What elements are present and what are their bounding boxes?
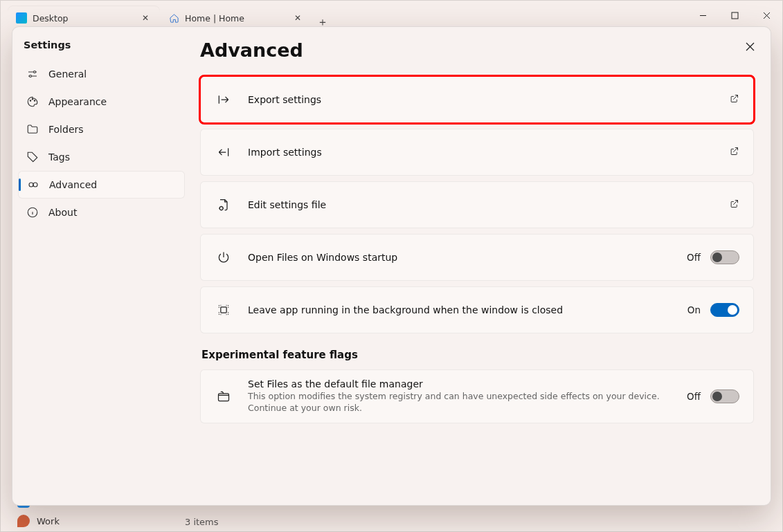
bg-sidebar-item-work: Work — [17, 515, 60, 527]
advanced-icon — [27, 178, 39, 191]
row-run-in-background: Leave app running in the background when… — [200, 286, 754, 333]
open-external-icon — [729, 146, 739, 159]
nav-item-general[interactable]: General — [18, 60, 185, 88]
settings-sidebar: Settings General Appearance Folders Tags… — [12, 27, 190, 505]
row-label: Leave app running in the background when… — [248, 304, 672, 315]
file-manager-icon — [215, 389, 233, 403]
background-icon — [215, 303, 233, 317]
open-external-icon — [729, 93, 739, 107]
row-label: Edit settings file — [248, 199, 714, 210]
window-controls — [687, 1, 782, 30]
row-import-settings[interactable]: Import settings — [200, 129, 754, 176]
maximize-button[interactable] — [719, 1, 750, 30]
nav-item-appearance[interactable]: Appearance — [18, 88, 185, 116]
background-toggle[interactable] — [710, 303, 739, 317]
svg-rect-8 — [221, 307, 226, 313]
nav-label: Folders — [48, 124, 84, 135]
toggle-state-label: On — [687, 304, 701, 315]
svg-point-3 — [34, 100, 35, 102]
nav-label: About — [48, 207, 77, 218]
svg-point-4 — [29, 183, 33, 187]
status-bar-text: 3 items — [185, 517, 219, 527]
desktop-icon — [16, 12, 27, 24]
nav-item-tags[interactable]: Tags — [18, 143, 185, 171]
titlebar: Desktop ✕ Home | Home ✕ ＋ — [1, 1, 782, 30]
nav-item-about[interactable]: About — [18, 199, 185, 226]
tag-icon — [26, 151, 39, 163]
dialog-title: Settings — [18, 37, 185, 60]
page-heading: Advanced — [200, 39, 754, 61]
minimize-button[interactable] — [687, 1, 719, 30]
svg-point-2 — [32, 99, 33, 100]
row-label: Import settings — [248, 147, 714, 158]
tab-strip: Desktop ✕ Home | Home ✕ ＋ — [1, 1, 687, 30]
row-label: Export settings — [248, 94, 714, 105]
export-icon — [215, 93, 233, 107]
svg-point-1 — [30, 100, 31, 102]
tab-label: Home | Home — [185, 13, 244, 24]
svg-rect-9 — [219, 394, 229, 401]
row-open-on-startup: Open Files on Windows startup Off — [200, 234, 754, 281]
palette-icon — [26, 95, 39, 108]
row-label: Set Files as the default file manager — [248, 378, 672, 389]
nav-item-advanced[interactable]: Advanced — [18, 171, 185, 199]
startup-toggle[interactable] — [710, 250, 739, 264]
settings-dialog: Settings General Appearance Folders Tags… — [12, 26, 771, 506]
row-description: This option modifies the system registry… — [248, 391, 672, 414]
svg-point-5 — [33, 183, 37, 187]
power-icon — [215, 250, 233, 264]
folder-icon — [26, 123, 39, 136]
svg-rect-0 — [732, 12, 738, 19]
nav-label: General — [48, 68, 87, 80]
settings-content: Advanced Export settings Import settings… — [190, 27, 771, 505]
row-export-settings[interactable]: Export settings — [200, 76, 754, 123]
import-icon — [215, 145, 233, 159]
close-dialog-button[interactable] — [740, 37, 759, 56]
nav-label: Appearance — [48, 96, 107, 107]
nav-label: Tags — [48, 152, 70, 163]
default-fm-toggle[interactable] — [710, 389, 739, 403]
nav-item-folders[interactable]: Folders — [18, 116, 185, 143]
row-label: Open Files on Windows startup — [248, 252, 672, 263]
close-tab-icon[interactable]: ✕ — [291, 12, 304, 24]
work-pin-icon — [17, 515, 30, 527]
toggle-state-label: Off — [687, 252, 701, 263]
row-edit-settings-file[interactable]: Edit settings file — [200, 181, 754, 228]
tab-label: Desktop — [33, 13, 69, 24]
toggle-state-label: Off — [687, 391, 701, 402]
file-gear-icon — [215, 198, 233, 212]
row-default-file-manager: Set Files as the default file manager Th… — [200, 369, 754, 423]
sliders-icon — [26, 68, 39, 80]
bg-item-label: Work — [37, 516, 60, 526]
home-icon — [168, 12, 179, 24]
experimental-heading: Experimental feature flags — [201, 349, 754, 361]
open-external-icon — [729, 199, 739, 212]
close-tab-icon[interactable]: ✕ — [139, 12, 152, 24]
svg-point-7 — [219, 207, 223, 210]
info-icon — [26, 206, 39, 219]
close-window-button[interactable] — [750, 1, 782, 30]
nav-label: Advanced — [49, 179, 97, 190]
